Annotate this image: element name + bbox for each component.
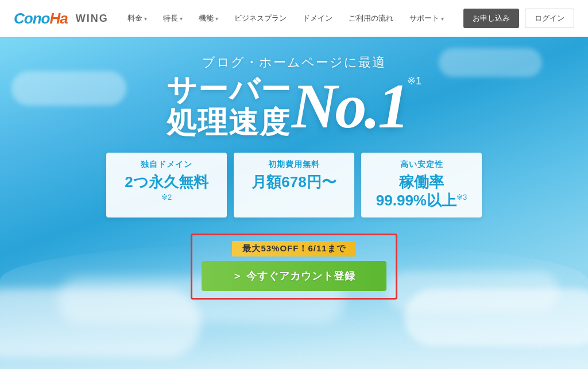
hero-subtitle: ブログ・ホームページに最適 xyxy=(202,54,386,71)
feature-card-title-1: 独自ドメイン xyxy=(120,160,213,170)
feature-card-domain: 独自ドメイン 2つ永久無料※2 xyxy=(106,153,227,217)
hero-sup: ※1 xyxy=(407,75,421,87)
feature-card-title-2: 初期費用無料 xyxy=(247,160,341,170)
cta-register-button[interactable]: ＞ 今すぐアカウント登録 xyxy=(202,261,386,291)
feature-card-value-3: 稼働率99.99%以上※3 xyxy=(375,173,468,209)
header-buttons: お申し込み ログイン xyxy=(463,9,574,28)
hero-no1: No.1 xyxy=(292,75,407,138)
apply-button[interactable]: お申し込み xyxy=(463,9,519,28)
main-nav: 料金 ▾ 特長 ▾ 機能 ▾ ビジネスプラン ドメイン ご利用の流れ サポート … xyxy=(109,13,463,24)
hero-title-area: サーバー処理速度 No.1 ※1 xyxy=(167,73,421,139)
nav-flow[interactable]: ご利用の流れ xyxy=(349,13,393,24)
chevron-down-icon: ▾ xyxy=(144,15,147,22)
logo: ConoHa WING xyxy=(14,10,109,28)
cta-area: 最大53%OFF！6/11まで ＞ 今すぐアカウント登録 xyxy=(191,234,397,300)
hero-content: ブログ・ホームページに最適 サーバー処理速度 No.1 ※1 独自ドメイン 2つ… xyxy=(0,37,588,300)
chevron-down-icon: ▾ xyxy=(215,15,218,22)
feature-card-title-3: 高い安定性 xyxy=(375,160,468,170)
login-button[interactable]: ログイン xyxy=(525,9,574,28)
nav-kino[interactable]: 機能 ▾ xyxy=(199,13,218,24)
nav-tokucho[interactable]: 特長 ▾ xyxy=(163,13,183,24)
feature-cards: 独自ドメイン 2つ永久無料※2 初期費用無料 月額678円〜 高い安定性 稼働率… xyxy=(106,153,482,217)
feature-card-value-1: 2つ永久無料※2 xyxy=(120,173,213,209)
chevron-down-icon: ▾ xyxy=(180,15,183,22)
wing-text: WING xyxy=(76,13,109,25)
chevron-down-icon: ▾ xyxy=(441,15,444,22)
conoha-logo: ConoHa xyxy=(14,10,68,28)
feature-card-value-2: 月額678円〜 xyxy=(247,173,341,191)
nav-domain[interactable]: ドメイン xyxy=(303,13,332,24)
cta-promo-label: 最大53%OFF！6/11まで xyxy=(232,241,355,257)
logo-text: ConoHa xyxy=(14,10,68,28)
hero-title-jp: サーバー処理速度 xyxy=(167,73,292,139)
feature-card-stability: 高い安定性 稼働率99.99%以上※3 xyxy=(361,153,482,217)
feature-card-initial: 初期費用無料 月額678円〜 xyxy=(234,153,354,217)
hero-section: ブログ・ホームページに最適 サーバー処理速度 No.1 ※1 独自ドメイン 2つ… xyxy=(0,37,588,369)
header: ConoHa WING 料金 ▾ 特長 ▾ 機能 ▾ ビジネスプラン ドメイン … xyxy=(0,0,588,37)
nav-support[interactable]: サポート ▾ xyxy=(409,13,444,24)
nav-ryokin[interactable]: 料金 ▾ xyxy=(127,13,147,24)
nav-business[interactable]: ビジネスプラン xyxy=(234,13,287,24)
hero-no1-container: No.1 ※1 xyxy=(292,75,421,138)
